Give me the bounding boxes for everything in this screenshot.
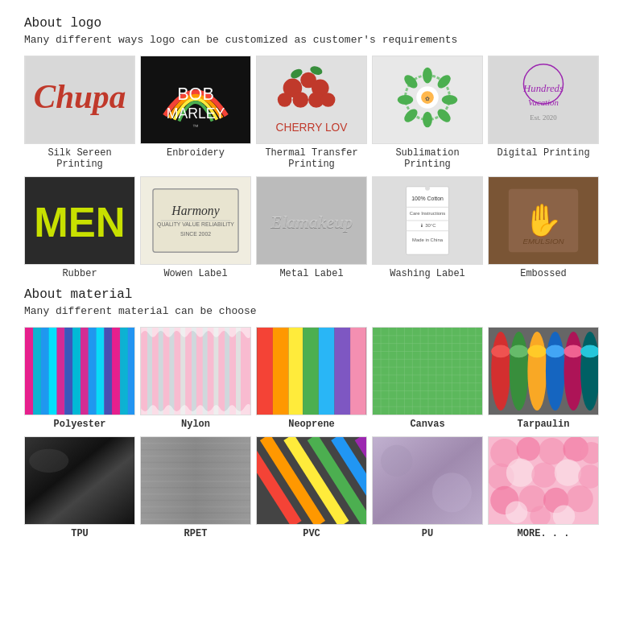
about-logo-title: About logo [24, 16, 620, 31]
pvc-img [256, 436, 367, 525]
svg-text:QUALITY VALUE RELIABILITY: QUALITY VALUE RELIABILITY [157, 221, 234, 228]
svg-rect-62 [33, 328, 41, 415]
svg-rect-70 [97, 328, 105, 415]
item-tarpaulin: Tarpaulin [488, 327, 599, 430]
svg-rect-67 [72, 328, 80, 415]
svg-rect-92 [229, 328, 236, 415]
svg-rect-89 [214, 328, 219, 415]
pvc-label: PVC [303, 528, 320, 539]
svg-rect-91 [225, 328, 229, 415]
item-metal: Elamakeup Elamakeup Metal Label [256, 176, 367, 279]
more-label: MORE. . . [518, 528, 570, 539]
svg-rect-88 [208, 328, 214, 415]
item-sublimation: ✿ Sublimation Printing [372, 56, 483, 170]
svg-text:Chupa: Chupa [34, 78, 126, 115]
svg-text:Hundreds: Hundreds [522, 83, 564, 94]
svg-text:100% Cotton: 100% Cotton [411, 196, 444, 201]
svg-rect-78 [152, 328, 159, 415]
thermal-label: Thermal Transfer Printing [256, 147, 367, 170]
svg-point-129 [510, 332, 529, 411]
more-img [488, 436, 599, 525]
material-row-1: Polyester [24, 327, 620, 430]
neoprene-label: Neoprene [288, 419, 335, 430]
svg-rect-80 [163, 328, 170, 415]
canvas-img [372, 327, 483, 415]
svg-point-128 [491, 345, 510, 358]
woven-img: Harmony QUALITY VALUE RELIABILITY SINCE … [140, 176, 251, 265]
canvas-label: Canvas [410, 419, 444, 430]
tpu-label: TPU [71, 528, 89, 539]
pu-label: PU [422, 528, 433, 539]
svg-rect-94 [241, 328, 250, 415]
item-washing: 100% Cotton Care Instructions 🌡 30°C Mad… [372, 176, 483, 279]
svg-text:✋: ✋ [524, 201, 564, 241]
svg-rect-72 [112, 328, 120, 415]
thermal-img: CHERRY LOV [256, 56, 367, 144]
svg-point-183 [506, 502, 527, 523]
svg-point-133 [546, 332, 565, 411]
item-tpu: TPU [24, 436, 135, 539]
svg-rect-82 [174, 328, 180, 415]
item-embossed: ✋ EMULSION Embossed [488, 176, 599, 279]
svg-rect-102 [373, 328, 481, 415]
svg-rect-101 [350, 328, 366, 415]
digital-label: Digital Printing [497, 147, 589, 159]
svg-rect-77 [147, 328, 152, 415]
item-neoprene: Neoprene [256, 327, 367, 430]
svg-point-21 [442, 95, 458, 105]
svg-point-55 [425, 186, 430, 191]
item-canvas: Canvas [372, 327, 483, 430]
svg-text:EMULSION: EMULSION [522, 237, 564, 246]
about-material-desc: Many different material can be choose [24, 305, 620, 317]
svg-rect-83 [180, 328, 185, 415]
nylon-img [140, 327, 251, 415]
svg-rect-65 [57, 328, 65, 415]
svg-rect-66 [64, 328, 72, 415]
logo-row-2: MEN Rubber Harmony QUALITY VALUE RELIABI… [24, 176, 620, 279]
embossed-label: Embossed [520, 268, 567, 279]
svg-point-134 [546, 345, 565, 358]
tarpaulin-label: Tarpaulin [518, 419, 570, 430]
svg-text:Est. 2020: Est. 2020 [530, 114, 557, 122]
svg-text:✿: ✿ [425, 96, 430, 101]
pu-img [372, 436, 483, 525]
neoprene-img [256, 327, 367, 415]
svg-rect-81 [170, 328, 175, 415]
item-pvc: PVC [256, 436, 367, 539]
svg-point-13 [321, 93, 336, 107]
page: About logo Many different ways logo can … [0, 0, 644, 562]
svg-point-131 [527, 332, 547, 411]
svg-point-176 [531, 462, 556, 487]
svg-point-12 [278, 93, 292, 107]
embroidery-img: BOB MARLEY ™ [140, 56, 251, 144]
svg-rect-71 [104, 328, 112, 415]
item-more: MORE. . . [488, 436, 599, 539]
digital-img: Hundreds Vacation Est. 2020 [488, 56, 599, 144]
svg-point-177 [555, 459, 581, 485]
tarpaulin-img [488, 327, 599, 415]
svg-point-23 [423, 112, 432, 128]
svg-text:MARLEY: MARLEY [167, 105, 225, 122]
item-embroidery: BOB MARLEY ™ Enbroidery [140, 56, 251, 170]
tpu-img [24, 436, 135, 525]
item-digital: Hundreds Vacation Est. 2020 Digital Prin… [488, 56, 599, 170]
sublimation-img: ✿ [372, 56, 483, 144]
svg-text:Harmony: Harmony [171, 204, 219, 218]
item-woven: Harmony QUALITY VALUE RELIABILITY SINCE … [140, 176, 251, 279]
washing-label: Washing Label [390, 268, 465, 279]
svg-text:MEN: MEN [34, 200, 125, 246]
svg-rect-69 [89, 328, 97, 415]
item-silk-screen: Chupa Silk Sereen Printing [24, 56, 135, 170]
svg-rect-98 [303, 328, 319, 415]
embossed-img: ✋ EMULSION [488, 176, 599, 265]
svg-point-25 [398, 95, 414, 105]
logo-row-1: Chupa Silk Sereen Printing BOB MARL [24, 56, 620, 170]
svg-rect-156 [141, 437, 250, 524]
silk-screen-label: Silk Sereen Printing [24, 147, 135, 170]
washing-img: 100% Cotton Care Instructions 🌡 30°C Mad… [372, 176, 483, 265]
item-pu: PU [372, 436, 483, 539]
svg-text:SINCE 2002: SINCE 2002 [180, 231, 211, 237]
material-row-2: TPU [24, 436, 620, 539]
svg-rect-96 [273, 328, 289, 415]
item-polyester: Polyester [24, 327, 135, 430]
